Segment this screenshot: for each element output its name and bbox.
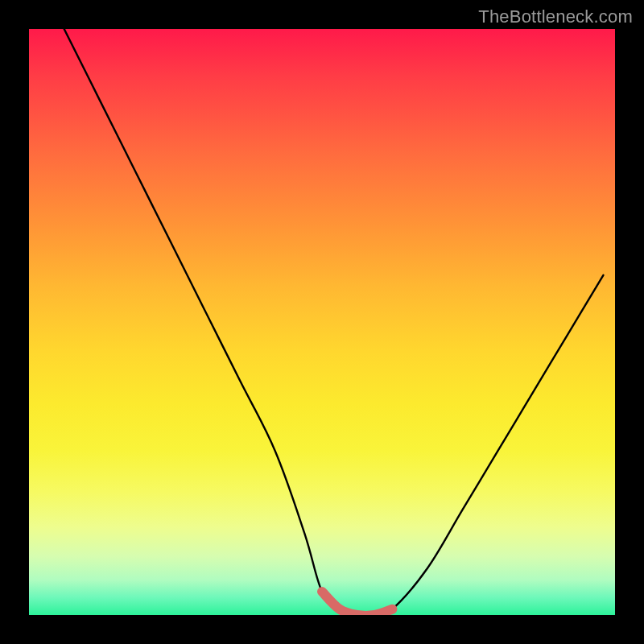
watermark-text: TheBottleneck.com: [478, 6, 633, 27]
bottleneck-curve-path: [64, 29, 604, 615]
optimal-zone-path: [322, 592, 392, 615]
chart-container: TheBottleneck.com: [0, 0, 644, 644]
chart-svg: [29, 29, 615, 615]
plot-area: [29, 29, 615, 615]
